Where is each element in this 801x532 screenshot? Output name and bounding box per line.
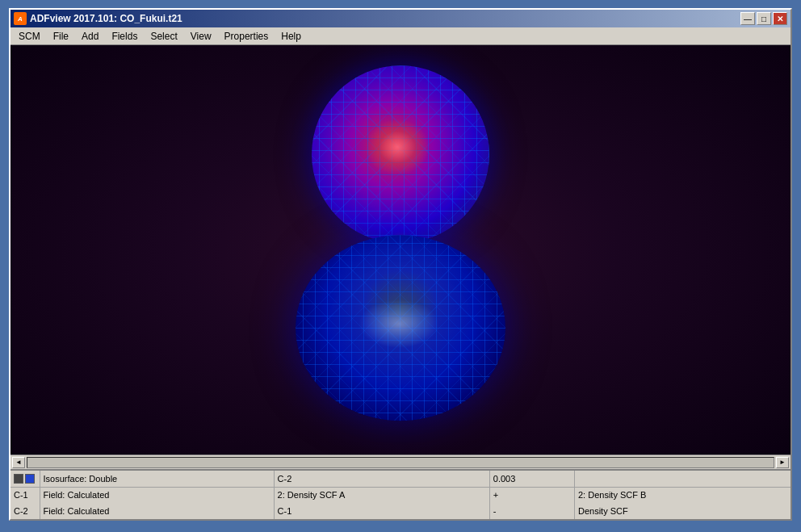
- menu-select[interactable]: Select: [144, 29, 183, 44]
- menu-bar: SCM File Add Fields Select View Properti…: [10, 27, 791, 45]
- orbital-visualization: [263, 65, 538, 421]
- app-icon: A: [14, 12, 27, 25]
- row3-extra: Density SCF: [575, 503, 791, 519]
- icon-dark-square: [14, 474, 23, 484]
- lower-orbital-lobe: [296, 235, 505, 421]
- menu-scm[interactable]: SCM: [12, 29, 47, 44]
- minimize-button[interactable]: —: [740, 12, 755, 25]
- menu-properties[interactable]: Properties: [218, 29, 275, 44]
- maximize-button[interactable]: □: [757, 12, 771, 25]
- main-window: A ADFview 2017.101: CO_Fukui.t21 — □ ✕ S…: [9, 8, 792, 521]
- menu-view[interactable]: View: [184, 29, 218, 44]
- window-controls: — □ ✕: [740, 12, 787, 25]
- window-title: ADFview 2017.101: CO_Fukui.t21: [30, 13, 740, 24]
- row2-type: Field: Calculated: [40, 487, 274, 503]
- row3-operator: -: [489, 503, 574, 519]
- horizontal-scrollbar[interactable]: ◄ ►: [10, 455, 791, 469]
- menu-file[interactable]: File: [47, 29, 75, 44]
- scroll-right-button[interactable]: ►: [776, 457, 789, 468]
- row3-field: C-1: [274, 503, 489, 519]
- scroll-track[interactable]: [27, 457, 774, 468]
- upper-orbital-lobe: [312, 65, 489, 243]
- table-row-2: C-1 Field: Calculated 2: Density SCF A +…: [10, 487, 791, 503]
- scroll-left-button[interactable]: ◄: [12, 457, 25, 468]
- menu-fields[interactable]: Fields: [105, 29, 144, 44]
- upper-lobe-glow: [365, 119, 430, 175]
- row2-label: C-1: [10, 487, 40, 503]
- row2-operator: +: [489, 487, 574, 503]
- row1-value: 0.003: [489, 471, 574, 487]
- lower-lobe-highlight: [359, 300, 439, 348]
- row1-field: C-2: [274, 471, 489, 487]
- row1-type: Isosurface: Double: [40, 471, 274, 487]
- row1-extra: [575, 471, 791, 487]
- data-table: Isosurface: Double C-2 0.003 C-1 Field: …: [10, 469, 791, 519]
- row1-icons: [10, 471, 40, 487]
- icon-blue-square: [25, 474, 35, 484]
- row3-type: Field: Calculated: [40, 503, 274, 519]
- row3-label: C-2: [10, 503, 40, 519]
- row2-field: 2: Density SCF A: [274, 487, 489, 503]
- table-row-1: Isosurface: Double C-2 0.003: [10, 471, 791, 487]
- 3d-viewport[interactable]: [10, 45, 791, 455]
- menu-help[interactable]: Help: [275, 29, 308, 44]
- table-row-3: C-2 Field: Calculated C-1 - Density SCF: [10, 503, 791, 519]
- row2-extra: 2: Density SCF B: [575, 487, 791, 503]
- title-bar: A ADFview 2017.101: CO_Fukui.t21 — □ ✕: [10, 10, 791, 27]
- close-button[interactable]: ✕: [773, 12, 787, 25]
- menu-add[interactable]: Add: [75, 29, 105, 44]
